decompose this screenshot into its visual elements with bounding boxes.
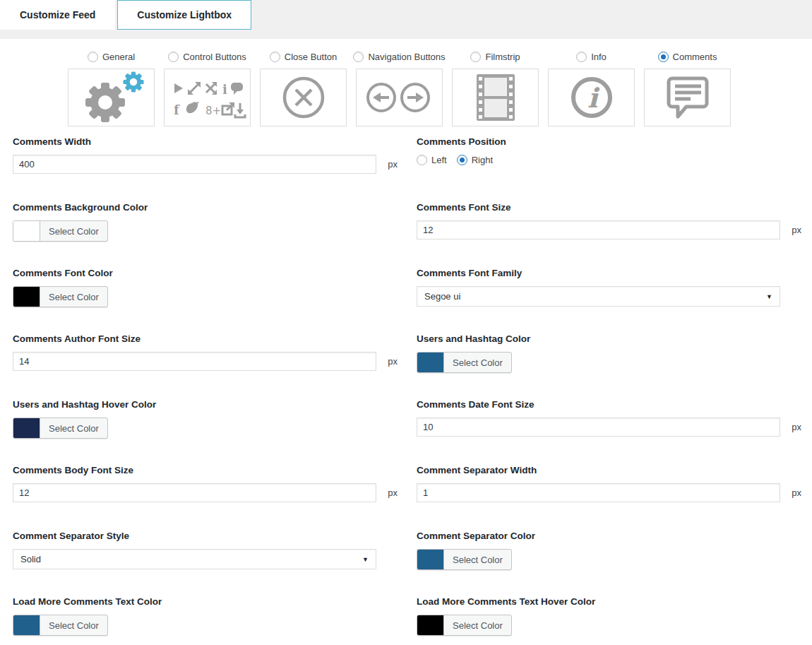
info-circle-icon: i: [567, 73, 616, 122]
comments-font-family-value: Segoe ui: [424, 291, 766, 302]
control-buttons-icon-box[interactable]: i f 8+: [164, 69, 251, 126]
load-more-comments-text-color-label: Load More Comments Text Color: [13, 596, 398, 607]
close-button-radio[interactable]: [270, 52, 280, 62]
info-radio-label: Info: [591, 52, 607, 62]
info-radio[interactable]: [576, 52, 587, 62]
comments-radio[interactable]: [658, 52, 669, 62]
comments-author-font-size-input[interactable]: [13, 352, 376, 371]
field-comment-separator-width: Comment Separator Width px: [417, 465, 801, 531]
nav-arrows-icon: [363, 80, 436, 115]
comments-position-right-label: Right: [472, 155, 493, 165]
comments-position-left-radio[interactable]: [417, 155, 427, 165]
section-general: General: [68, 50, 155, 126]
tab-customize-lightbox[interactable]: Customize Lightbox: [117, 0, 251, 30]
svg-text:i: i: [222, 82, 227, 97]
comments-author-font-size-unit: px: [376, 356, 398, 367]
comments-date-font-size-input[interactable]: [417, 418, 780, 437]
gear-icon: [73, 71, 150, 124]
field-comments-width: Comments Width px: [13, 136, 398, 202]
select-color-button[interactable]: Select Color: [444, 550, 511, 569]
load-more-comments-text-color-swatch: [13, 615, 40, 635]
section-radio-control-buttons[interactable]: Control Buttons: [164, 50, 251, 63]
section-radio-navigation-buttons[interactable]: Navigation Buttons: [356, 50, 443, 63]
section-radio-general[interactable]: General: [68, 50, 155, 63]
users-hashtag-color-swatch: [417, 353, 444, 372]
filmstrip-radio-label: Filmstrip: [485, 52, 520, 62]
field-comment-separator-style: Comment Separator Style Solid ▼: [13, 531, 398, 596]
users-hashtag-color-label: Users and Hashtag Color: [417, 333, 801, 344]
comment-separator-color-label: Comment Separator Color: [417, 531, 801, 541]
comments-width-input[interactable]: [13, 155, 376, 174]
load-more-comments-text-color-picker[interactable]: Select Color: [13, 615, 108, 636]
comment-separator-color-picker[interactable]: Select Color: [417, 549, 512, 570]
comments-body-font-size-unit: px: [376, 487, 398, 498]
select-color-button[interactable]: Select Color: [444, 615, 511, 635]
comment-separator-color-swatch: [417, 550, 444, 569]
comment-separator-style-select[interactable]: Solid ▼: [13, 549, 376, 569]
comments-width-label: Comments Width: [13, 136, 398, 147]
general-radio[interactable]: [88, 52, 98, 62]
tab-bar: Customize Feed Customize Lightbox: [0, 0, 812, 30]
field-comments-font-size: Comments Font Size px: [417, 202, 801, 268]
control-buttons-radio[interactable]: [168, 52, 179, 62]
comment-separator-style-label: Comment Separator Style: [13, 531, 398, 541]
comments-background-color-swatch: [13, 221, 40, 241]
section-radio-info[interactable]: Info: [548, 50, 635, 63]
users-hashtag-hover-color-swatch: [13, 418, 40, 438]
section-info: Info i: [548, 50, 635, 126]
comments-font-family-select[interactable]: Segoe ui ▼: [417, 286, 780, 307]
filmstrip-radio[interactable]: [470, 52, 481, 62]
comment-separator-width-input[interactable]: [417, 483, 780, 502]
comment-separator-width-unit: px: [780, 487, 801, 498]
comments-background-color-picker[interactable]: Select Color: [13, 220, 108, 242]
select-color-button[interactable]: Select Color: [40, 418, 107, 438]
load-more-comments-text-hover-color-picker[interactable]: Select Color: [417, 615, 512, 636]
section-navigation-buttons: Navigation Buttons: [356, 50, 443, 126]
tab-customize-feed[interactable]: Customize Feed: [0, 0, 115, 30]
field-comment-separator-color: Comment Separator Color Select Color: [417, 531, 801, 596]
field-comments-font-color: Comments Font Color Select Color: [13, 268, 398, 333]
users-hashtag-hover-color-picker[interactable]: Select Color: [13, 418, 108, 439]
svg-text:f: f: [174, 102, 180, 117]
control-buttons-icons: i f 8+: [169, 76, 246, 119]
comments-font-family-label: Comments Font Family: [417, 268, 801, 278]
filmstrip-icon-box[interactable]: [452, 69, 539, 126]
filmstrip-icon: [474, 73, 518, 122]
section-radio-comments[interactable]: Comments: [644, 50, 731, 63]
navigation-buttons-icon-box[interactable]: [356, 69, 443, 126]
field-load-more-comments-text-color: Load More Comments Text Color Select Col…: [13, 596, 398, 645]
svg-text:i: i: [587, 82, 600, 114]
field-comments-date-font-size: Comments Date Font Size px: [417, 399, 801, 465]
lightbox-section-selector: General: [0, 39, 812, 126]
section-radio-filmstrip[interactable]: Filmstrip: [452, 50, 539, 63]
general-icon-box[interactable]: [68, 69, 155, 126]
control-buttons-radio-label: Control Buttons: [183, 52, 246, 62]
close-button-icon-box[interactable]: [260, 69, 347, 126]
comment-separator-width-label: Comment Separator Width: [417, 465, 801, 475]
comments-author-font-size-label: Comments Author Font Size: [13, 333, 398, 344]
general-radio-label: General: [102, 52, 135, 62]
close-button-radio-label: Close Button: [285, 52, 337, 62]
comments-font-size-unit: px: [780, 225, 801, 235]
users-hashtag-color-picker[interactable]: Select Color: [417, 352, 512, 373]
section-radio-close-button[interactable]: Close Button: [260, 50, 347, 63]
select-color-button[interactable]: Select Color: [40, 221, 107, 241]
comments-font-size-input[interactable]: [417, 220, 780, 239]
section-close-button: Close Button: [260, 50, 347, 126]
navigation-buttons-radio[interactable]: [353, 52, 364, 62]
field-comments-author-font-size: Comments Author Font Size px: [13, 333, 398, 399]
field-comments-font-family: Comments Font Family Segoe ui ▼: [417, 268, 801, 333]
info-icon-box[interactable]: i: [548, 69, 635, 126]
select-color-button[interactable]: Select Color: [40, 287, 107, 307]
comments-body-font-size-input[interactable]: [13, 483, 376, 502]
load-more-comments-text-hover-color-swatch: [417, 615, 444, 635]
comments-position-left-label: Left: [431, 155, 447, 165]
comments-icon-box[interactable]: [644, 69, 731, 126]
select-color-button[interactable]: Select Color: [444, 353, 511, 372]
field-comments-body-font-size: Comments Body Font Size px: [13, 465, 398, 531]
section-control-buttons: Control Buttons i f: [164, 50, 251, 126]
section-comments: Comments: [644, 50, 731, 126]
select-color-button[interactable]: Select Color: [40, 615, 107, 635]
comments-font-color-picker[interactable]: Select Color: [13, 286, 108, 307]
comments-position-right-radio[interactable]: [457, 155, 467, 165]
